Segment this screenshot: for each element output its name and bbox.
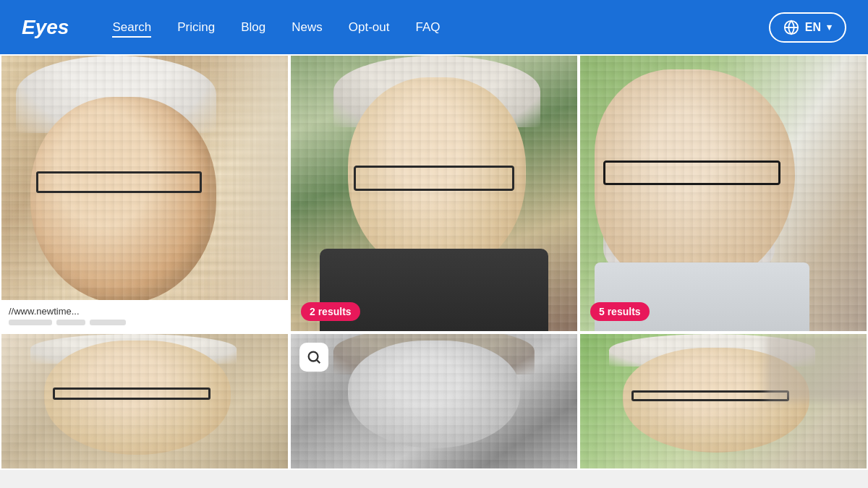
svg-line-3 xyxy=(317,360,320,363)
result-card-3[interactable]: 5 results xyxy=(579,54,868,333)
result-card-4[interactable] xyxy=(0,333,289,470)
results-grid: //www.newtime... 2 results xyxy=(0,54,868,488)
badge-card-3: 5 results xyxy=(590,302,650,321)
search-icon-overlay xyxy=(299,343,328,372)
svg-point-2 xyxy=(309,352,318,361)
source-label-1: //www.newtime... xyxy=(1,300,288,331)
result-card-2[interactable]: 2 results xyxy=(289,54,579,333)
result-card-6[interactable] xyxy=(579,333,868,470)
result-card-1[interactable]: //www.newtime... xyxy=(0,54,289,333)
language-code: EN xyxy=(805,21,821,34)
nav-blog[interactable]: Blog xyxy=(241,20,265,35)
navbar: Eyes Search Pricing Blog News Opt-out FA… xyxy=(0,0,868,54)
nav-search[interactable]: Search xyxy=(112,20,151,35)
nav-pricing[interactable]: Pricing xyxy=(177,20,215,35)
nav-faq[interactable]: FAQ xyxy=(416,20,441,35)
search-icon xyxy=(306,349,322,365)
chevron-down-icon: ▾ xyxy=(827,22,832,33)
result-card-5[interactable] xyxy=(289,333,579,470)
badge-card-2: 2 results xyxy=(301,302,360,321)
nav-links: Search Pricing Blog News Opt-out FAQ xyxy=(112,20,768,35)
nav-optout[interactable]: Opt-out xyxy=(349,20,390,35)
globe-icon xyxy=(783,20,799,35)
logo: Eyes xyxy=(22,16,69,39)
nav-news[interactable]: News xyxy=(292,20,323,35)
language-selector[interactable]: EN ▾ xyxy=(769,12,846,43)
